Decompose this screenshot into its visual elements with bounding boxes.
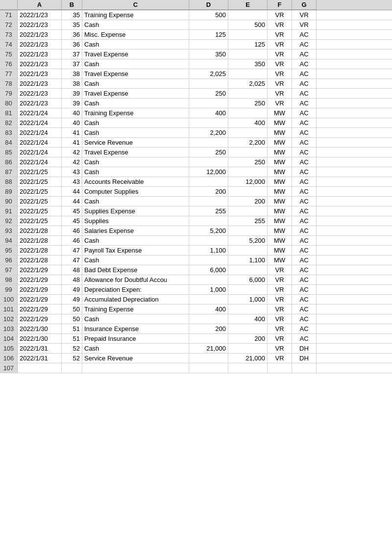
cell-e (228, 246, 268, 255)
cell-d (189, 334, 228, 343)
cell-g: AC (292, 305, 317, 314)
cell-g: AC (292, 148, 317, 157)
header-a: A (18, 0, 62, 10)
cell-f: VR (268, 354, 292, 363)
cell-g: AC (292, 50, 317, 59)
cell-row-num: 98 (0, 275, 18, 284)
table-row: 1062022/1/3152Service Revenue21,000VRDH (0, 354, 392, 363)
cell-e (228, 187, 268, 196)
cell-row-num: 103 (0, 324, 18, 333)
cell-e: 400 (228, 314, 268, 324)
cell-d (189, 20, 228, 29)
cell-g: AC (292, 226, 317, 235)
cell-f: VR (268, 275, 292, 284)
cell-g: AC (292, 59, 317, 69)
cell-d: 250 (189, 89, 228, 98)
cell-e (228, 167, 268, 177)
cell-b: 51 (62, 334, 82, 343)
cell-e: 400 (228, 118, 268, 127)
cell-b: 39 (62, 89, 82, 98)
cell-b: 50 (62, 314, 82, 324)
cell-a: 2022/1/31 (18, 354, 62, 363)
cell-a: 2022/1/25 (18, 187, 62, 196)
cell-b: 37 (62, 50, 82, 59)
cell-g: AC (292, 265, 317, 275)
cell-row-num: 102 (0, 314, 18, 324)
cell-b: 39 (62, 99, 82, 108)
table-row: 772022/1/2338Travel Expense2,025VRAC (0, 69, 392, 79)
cell-c: Cash (82, 157, 189, 167)
cell-f: MW (268, 236, 292, 245)
table-row: 992022/1/2949Depreciation Expen:1,000VRA… (0, 285, 392, 295)
cell-f: VR (268, 30, 292, 39)
table-row: 822022/1/2440Cash400MWAC (0, 118, 392, 128)
cell-b: 47 (62, 246, 82, 255)
cell-b: 45 (62, 206, 82, 216)
cell-b: 49 (62, 295, 82, 304)
cell-row-num: 95 (0, 246, 18, 255)
cell-g: AC (292, 177, 317, 186)
cell-e: 255 (228, 216, 268, 226)
cell-c: Depreciation Expen: (82, 285, 189, 294)
cell-d: 350 (189, 50, 228, 59)
cell-e: 1,100 (228, 255, 268, 265)
cell-a: 2022/1/23 (18, 89, 62, 98)
header-b: B (62, 0, 82, 10)
cell-row-num: 88 (0, 177, 18, 186)
cell-d (189, 275, 228, 284)
column-headers: A B C D E F G (0, 0, 392, 10)
table-row: 1032022/1/3051Insurance Expense200VRAC (0, 324, 392, 334)
table-row: 962022/1/2847Cash1,100MWAC (0, 255, 392, 265)
cell-c: Travel Expense (82, 89, 189, 98)
table-row: 712022/1/2335Training Expense500VRVR (0, 10, 392, 20)
cell-d (189, 177, 228, 186)
cell-row-num: 104 (0, 334, 18, 343)
cell-d: 400 (189, 108, 228, 118)
rows-container: 712022/1/2335Training Expense500VRVR7220… (0, 10, 392, 373)
cell-a: 2022/1/31 (18, 344, 62, 353)
cell-d (189, 216, 228, 226)
cell-f: VR (268, 40, 292, 49)
cell-e (228, 10, 268, 20)
header-d: D (189, 0, 228, 10)
cell-a: 2022/1/25 (18, 167, 62, 177)
cell-c: Cash (82, 79, 189, 88)
cell-e: 21,000 (228, 354, 268, 363)
cell-row-num: 87 (0, 167, 18, 177)
cell-a: 2022/1/23 (18, 30, 62, 39)
cell-c: Travel Expense (82, 148, 189, 157)
cell-row-num: 79 (0, 89, 18, 98)
cell-d (189, 99, 228, 108)
cell-g: AC (292, 255, 317, 265)
cell-a: 2022/1/28 (18, 226, 62, 235)
cell-e (228, 148, 268, 157)
cell-row-num: 71 (0, 10, 18, 20)
cell-f: MW (268, 118, 292, 127)
cell-g: AC (292, 314, 317, 324)
cell-c: Cash (82, 197, 189, 206)
cell-f: VR (268, 50, 292, 59)
cell-g: AC (292, 236, 317, 245)
cell-row-num: 74 (0, 40, 18, 49)
table-row: 812022/1/2440Training Expense400MWAC (0, 108, 392, 118)
cell-g: AC (292, 216, 317, 226)
table-row: 972022/1/2948Bad Debt Expense6,000VRAC (0, 265, 392, 275)
cell-f: MW (268, 197, 292, 206)
cell-row-num: 96 (0, 255, 18, 265)
cell-f: MW (268, 148, 292, 157)
table-row: 952022/1/2847Payroll Tax Expense1,100MWA… (0, 246, 392, 255)
cell-f: MW (268, 216, 292, 226)
table-row: 792022/1/2339Travel Expense250VRAC (0, 89, 392, 99)
cell-c: Prepaid Insurance (82, 334, 189, 343)
cell-e (228, 128, 268, 137)
cell-a: 2022/1/23 (18, 20, 62, 29)
cell-f: MW (268, 246, 292, 255)
cell-b: 48 (62, 265, 82, 275)
cell-d (189, 197, 228, 206)
cell-g: AC (292, 167, 317, 177)
cell-row-num: 81 (0, 108, 18, 118)
table-row: 912022/1/2545Supplies Expense255MWAC (0, 206, 392, 216)
cell-a: 2022/1/28 (18, 236, 62, 245)
cell-d: 1,000 (189, 285, 228, 294)
cell-e (228, 344, 268, 353)
